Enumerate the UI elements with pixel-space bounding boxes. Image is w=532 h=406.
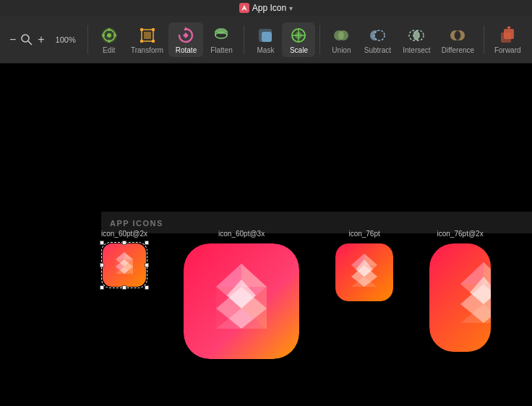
handle-br[interactable] (145, 285, 149, 290)
tool-subtract[interactable]: Subtract (358, 22, 397, 57)
app-icon-title-icon (239, 3, 249, 13)
handle-ml[interactable] (100, 263, 104, 267)
svg-point-8 (108, 40, 111, 43)
svg-line-3 (28, 41, 32, 45)
fox-icon-60pt-2x (103, 243, 146, 287)
icon-item-60pt-3x[interactable]: icon_60pt@3x (184, 230, 299, 359)
fox-icon-76pt-2x (429, 243, 491, 352)
toolbar-divider-2 (244, 25, 244, 54)
icon-name-60pt-3x: icon_60pt@3x (218, 230, 265, 238)
union-tool-icon (331, 25, 351, 46)
transform-tool-label: Transform (131, 46, 163, 54)
intersect-tool-label: Intersect (403, 46, 430, 54)
svg-point-10 (113, 34, 116, 37)
rotate-tool-label: Rotate (176, 46, 197, 54)
toolbar-divider-4 (484, 25, 484, 54)
zoom-controls: − + (6, 33, 48, 47)
handle-tl[interactable] (100, 241, 104, 245)
icon-item-76pt-2x[interactable]: icon_76pt@2x (429, 230, 491, 352)
section-title: APP ICONS (110, 219, 163, 228)
tool-rotate[interactable]: Rotate (168, 22, 203, 57)
tool-mask[interactable]: Mask (249, 22, 282, 57)
zoom-level: 100% (54, 35, 77, 44)
tool-forward[interactable]: Forward (489, 22, 526, 57)
icon-canvas-60pt-3x[interactable] (184, 243, 299, 359)
svg-rect-15 (140, 40, 143, 43)
icon-item-60pt-2x[interactable]: icon_60pt@2x (101, 230, 147, 287)
icons-container: icon_60pt@2x (101, 230, 491, 359)
svg-rect-36 (504, 29, 514, 39)
subtract-tool-icon (367, 25, 387, 46)
icon-name-60pt-2x: icon_60pt@2x (101, 230, 147, 238)
toolbar-divider-1 (87, 25, 88, 54)
fox-icon-60pt-3x (184, 243, 299, 359)
transform-tool-icon (137, 25, 158, 46)
tool-intersect[interactable]: Intersect (397, 22, 436, 57)
handle-bl[interactable] (100, 285, 104, 290)
tool-transform[interactable]: Transform (126, 22, 169, 57)
icon-canvas-76pt[interactable] (335, 243, 393, 301)
handle-mr[interactable] (145, 263, 149, 267)
tool-difference[interactable]: Difference (436, 22, 479, 57)
difference-tool-label: Difference (442, 46, 474, 54)
tool-flatten[interactable]: Flatten (203, 22, 239, 57)
svg-marker-38 (507, 26, 511, 28)
edit-tool-icon (99, 25, 119, 46)
svg-point-7 (108, 28, 111, 31)
svg-rect-12 (144, 32, 151, 39)
toolbar-divider-3 (319, 25, 320, 54)
edit-tool-label: Edit (103, 46, 115, 54)
zoom-decrease-button[interactable]: − (6, 33, 20, 47)
flatten-tool-icon (211, 25, 231, 46)
icon-canvas-60pt-2x[interactable] (103, 243, 146, 287)
icon-canvas-76pt-2x[interactable] (429, 243, 491, 352)
zoom-increase-button[interactable]: + (34, 33, 48, 47)
svg-rect-14 (152, 28, 155, 31)
svg-point-27 (338, 30, 348, 40)
canvas-area: APP ICONS icon_60pt@2x (0, 64, 532, 406)
fox-icon-76pt (335, 243, 393, 301)
scale-tool-label: Scale (290, 46, 308, 54)
icon-name-76pt: icon_76pt (348, 230, 379, 238)
subtract-tool-label: Subtract (364, 46, 391, 54)
svg-rect-13 (140, 28, 143, 31)
handle-bc[interactable] (122, 285, 126, 290)
svg-point-2 (22, 35, 29, 42)
title-text: App Icon (252, 3, 286, 13)
intersect-tool-icon (406, 25, 426, 46)
toolbar: − + 100% Edit Transform (0, 16, 532, 64)
svg-point-9 (102, 34, 105, 37)
handle-tc[interactable] (122, 241, 126, 245)
flatten-tool-label: Flatten (210, 46, 233, 54)
icon-item-76pt[interactable]: icon_76pt (335, 230, 393, 301)
mask-tool-label: Mask (257, 46, 275, 54)
tool-scale[interactable]: Scale (282, 22, 315, 57)
forward-tool-icon (497, 25, 518, 46)
scale-tool-icon (288, 25, 309, 46)
union-tool-label: Union (332, 46, 351, 54)
forward-tool-label: Forward (494, 46, 521, 54)
difference-tool-icon (447, 25, 468, 46)
tool-union[interactable]: Union (325, 22, 358, 57)
handle-tr[interactable] (145, 241, 149, 245)
icon-name-76pt-2x: icon_76pt@2x (437, 230, 484, 238)
rotate-tool-icon (176, 25, 196, 46)
tool-edit[interactable]: Edit (93, 22, 126, 57)
title-bar: App Icon ▾ (0, 0, 532, 16)
mask-tool-icon (255, 25, 275, 46)
svg-rect-21 (262, 32, 272, 42)
svg-rect-16 (152, 40, 155, 43)
title-chevron[interactable]: ▾ (289, 4, 293, 12)
zoom-icon[interactable] (20, 33, 34, 47)
svg-point-6 (107, 33, 111, 38)
